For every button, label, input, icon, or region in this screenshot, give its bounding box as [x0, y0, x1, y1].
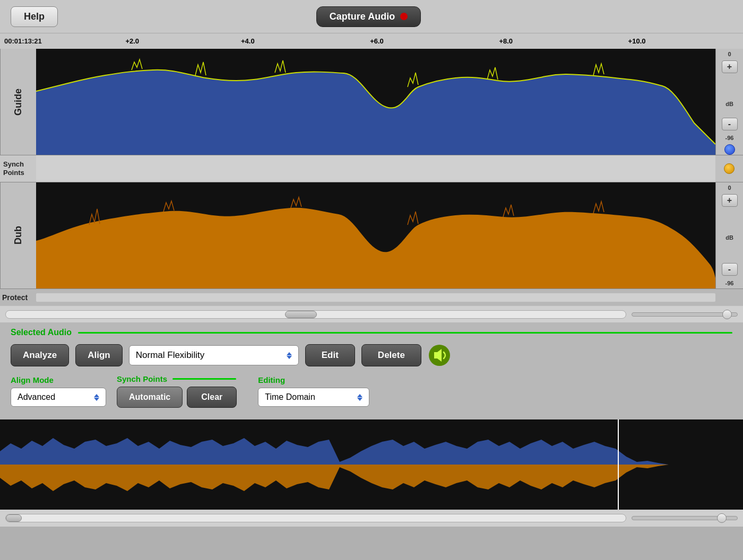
synch-points-track-label: Synch Points [0, 158, 36, 179]
clear-button[interactable]: Clear [187, 387, 237, 408]
guide-gain-minus-button[interactable]: - [722, 118, 738, 130]
synch-position-indicator [724, 163, 735, 174]
dub-gain-minus-button[interactable]: - [722, 263, 738, 276]
guide-track-right-controls: 0 + dB - -96 [715, 49, 743, 155]
main-scrollbar-track[interactable] [5, 310, 626, 319]
dub-db-label: dB [725, 234, 733, 241]
editing-value: Time Domain [265, 392, 315, 402]
guide-gain-plus-button[interactable]: + [722, 60, 738, 73]
record-dot-icon [400, 13, 408, 20]
dub-track-section: Dub 0 + dB - -96 [0, 182, 743, 288]
ruler-mark-5: +10.0 [628, 37, 646, 45]
main-scrollbar-thumb[interactable] [285, 311, 317, 318]
align-mode-row: Align Mode Advanced Synch Points Automat… [11, 374, 732, 408]
editing-dropdown[interactable]: Time Domain [258, 388, 369, 407]
bottom-scrollbar-track[interactable] [5, 514, 626, 522]
guide-waveform-svg [36, 49, 715, 155]
ruler-mark-3: +6.0 [370, 37, 384, 45]
bottom-waveform-svg [0, 419, 743, 510]
guide-waveform-canvas [36, 49, 715, 155]
synch-points-bar: Synch Points [0, 155, 743, 182]
dub-gain-plus-button[interactable]: + [722, 194, 738, 207]
main-zoom-track[interactable] [632, 312, 738, 317]
selected-audio-row: Selected Audio [11, 328, 732, 337]
align-mode-value: Advanced [18, 392, 55, 402]
guide-waveform [36, 49, 715, 155]
flexibility-chevron-icon [287, 352, 292, 359]
controls-section: Selected Audio Analyze Align Normal Flex… [0, 322, 743, 419]
synch-points-buttons: Automatic Clear [117, 387, 237, 408]
dub-db-bottom: -96 [725, 280, 734, 286]
guide-db-label: dB [725, 101, 733, 107]
align-mode-chevron-icon [94, 394, 99, 401]
editing-label: Editing [258, 375, 369, 384]
editing-up-icon [357, 394, 362, 397]
capture-audio-button[interactable]: Capture Audio [316, 6, 421, 27]
main-zoom-control [632, 312, 738, 317]
ruler-mark-4: +8.0 [499, 37, 513, 45]
protect-track-label: Protect [0, 293, 36, 302]
main-controls-row: Analyze Align Normal Flexibility Edit De… [11, 344, 732, 367]
dub-track-label: Dub [0, 182, 36, 288]
bottom-scrollbar-area [0, 510, 743, 527]
flexibility-dropdown[interactable]: Normal Flexibility [129, 345, 299, 365]
automatic-button[interactable]: Automatic [117, 387, 183, 408]
align-mode-group: Align Mode Advanced [11, 375, 106, 407]
align-button[interactable]: Align [75, 344, 123, 366]
dub-waveform-canvas [36, 182, 715, 288]
help-button[interactable]: Help [11, 6, 58, 27]
editing-group: Editing Time Domain [258, 375, 369, 407]
synch-points-ctrl-label: Synch Points [117, 374, 167, 383]
dub-waveform [36, 182, 715, 288]
synch-points-controls-group: Synch Points Automatic Clear [117, 374, 237, 408]
synch-points-header: Synch Points [117, 374, 237, 383]
ruler-marks: +2.0 +4.0 +6.0 +8.0 +10.0 [37, 33, 716, 49]
timecode-display: 00:01:13:21 [4, 37, 42, 45]
protect-bar: Protect [0, 288, 743, 305]
synch-points-track[interactable] [36, 155, 715, 182]
top-bar: Help Capture Audio [0, 0, 743, 33]
analyze-button[interactable]: Analyze [11, 344, 69, 366]
dub-waveform-svg [36, 182, 715, 288]
align-down-icon [94, 398, 99, 401]
protect-track[interactable] [36, 293, 715, 302]
align-up-icon [94, 394, 99, 397]
dub-db-top: 0 [728, 185, 731, 191]
editing-chevron-icon [357, 394, 362, 401]
ruler-mark-2: +4.0 [241, 37, 255, 45]
selected-audio-line [78, 332, 732, 334]
time-ruler: 00:01:13:21 +2.0 +4.0 +6.0 +8.0 +10.0 [0, 33, 743, 49]
bottom-dub-waveform [0, 465, 743, 491]
guide-position-indicator [724, 144, 735, 155]
chevron-up-icon [287, 352, 292, 355]
synch-points-right [715, 155, 743, 182]
edit-button[interactable]: Edit [305, 344, 355, 366]
align-mode-dropdown[interactable]: Advanced [11, 388, 106, 407]
capture-audio-label: Capture Audio [330, 11, 395, 22]
ruler-mark-1: +2.0 [125, 37, 139, 45]
bottom-zoom-thumb[interactable] [717, 513, 727, 523]
selected-audio-label: Selected Audio [11, 328, 72, 337]
guide-track-label: Guide [0, 49, 36, 155]
main-zoom-thumb[interactable] [722, 310, 732, 319]
bottom-zoom-track[interactable] [632, 516, 738, 520]
align-mode-label: Align Mode [11, 375, 106, 384]
dub-track-right-controls: 0 + dB - -96 [715, 182, 743, 288]
chevron-down-icon [287, 356, 292, 359]
bottom-guide-waveform [0, 438, 743, 465]
guide-db-top: 0 [728, 51, 731, 57]
bottom-waveform [0, 419, 743, 510]
editing-dn-icon [357, 398, 362, 401]
bottom-zoom-control [632, 516, 738, 520]
speaker-icon[interactable] [428, 344, 451, 367]
flexibility-value: Normal Flexibility [136, 350, 204, 361]
main-scrollbar-area [0, 305, 743, 322]
guide-track-section: Guide 0 + dB - -96 [0, 49, 743, 155]
bottom-scrollbar-thumb[interactable] [6, 514, 22, 522]
synch-points-line [172, 378, 236, 380]
delete-button[interactable]: Delete [361, 344, 421, 366]
guide-db-bottom: -96 [725, 135, 734, 141]
